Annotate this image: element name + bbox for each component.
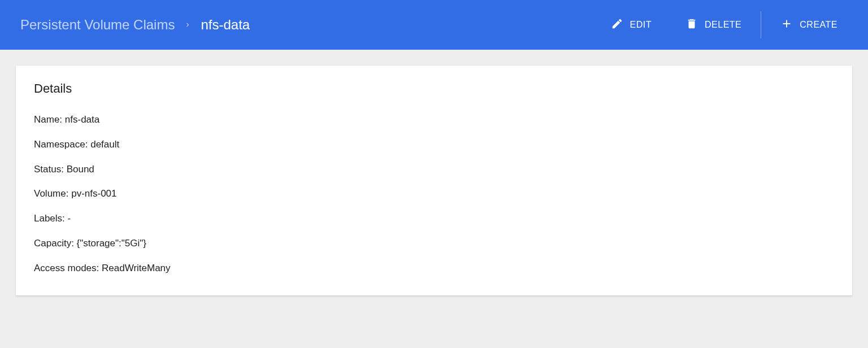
breadcrumb-parent-link[interactable]: Persistent Volume Claims [20,17,175,33]
detail-label: Capacity: [34,238,74,249]
edit-label: EDIT [630,20,652,30]
card-title: Details [34,81,834,96]
app-header: Persistent Volume Claims nfs-data EDIT D… [0,0,868,50]
trash-icon [685,18,698,32]
pencil-icon [611,18,623,32]
detail-row-capacity: Capacity: {"storage":"5Gi"} [34,237,834,250]
detail-label: Namespace: [34,139,88,150]
detail-label: Labels: [34,213,65,224]
detail-value: Bound [67,164,94,175]
detail-label: Access modes: [34,263,99,273]
chevron-right-icon [184,21,192,29]
create-label: CREATE [800,20,837,30]
detail-row-status: Status: Bound [34,163,834,176]
edit-button[interactable]: EDIT [594,12,669,38]
content-area: Details Name: nfs-data Namespace: defaul… [0,50,868,311]
detail-value: ReadWriteMany [102,263,171,273]
detail-label: Status: [34,164,64,175]
delete-label: DELETE [705,20,741,30]
detail-value: - [68,213,71,224]
detail-value: nfs-data [65,114,99,125]
create-button[interactable]: CREATE [763,12,854,38]
details-card: Details Name: nfs-data Namespace: defaul… [16,66,852,295]
detail-row-volume: Volume: pv-nfs-001 [34,187,834,201]
header-actions: EDIT DELETE CREATE [594,11,854,38]
delete-button[interactable]: DELETE [669,12,758,38]
detail-value: pv-nfs-001 [71,188,116,199]
detail-label: Name: [34,114,62,125]
detail-value: {"storage":"5Gi"} [77,238,146,249]
breadcrumb-current: nfs-data [201,17,250,33]
detail-row-access-modes: Access modes: ReadWriteMany [34,262,834,275]
action-divider [761,11,761,38]
plus-icon [780,18,793,32]
detail-row-name: Name: nfs-data [34,113,834,127]
breadcrumb: Persistent Volume Claims nfs-data [20,17,250,33]
detail-row-namespace: Namespace: default [34,138,834,151]
detail-value: default [90,139,119,150]
detail-row-labels: Labels: - [34,212,834,225]
detail-label: Volume: [34,188,68,199]
